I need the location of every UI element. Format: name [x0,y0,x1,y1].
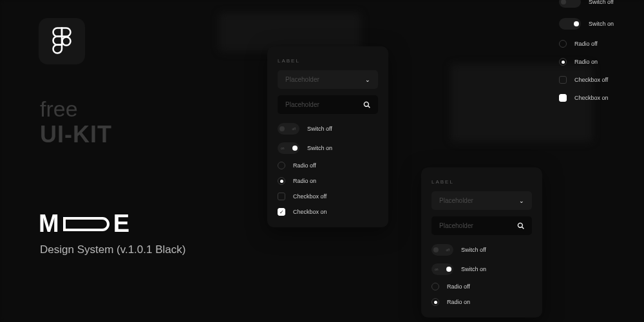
search-field[interactable]: Placeholder [431,216,532,235]
radio-on[interactable] [559,58,567,66]
form-label: LABEL [278,58,378,64]
switch-off-label: Switch off [307,126,332,132]
free-text: free [40,97,78,122]
checkbox-on-label: Checkbox on [293,209,327,215]
switch-on-label: Switch on [589,21,614,27]
checkbox-on[interactable] [559,94,567,102]
form-panel-1: LABEL Placeholder ⌄ Placeholder off Swit… [267,46,388,227]
switch-on-label: Switch on [307,145,332,151]
side-controls: Switch off Switch on Radio off Radio on … [559,0,643,112]
radio-off[interactable] [431,283,439,290]
svg-line-2 [368,106,370,108]
checkbox-on-label: Checkbox on [574,95,609,101]
chevron-down-icon: ⌄ [365,77,370,83]
checkbox-off[interactable] [278,193,285,200]
checkbox-off[interactable] [559,76,567,84]
search-icon [517,222,524,229]
checkbox-on[interactable]: ✓ [278,208,285,216]
search-placeholder: Placeholder [439,222,473,229]
switch-off-label: Switch off [589,0,614,5]
radio-on-label: Radio on [293,178,316,184]
select-placeholder: Placeholder [285,76,319,83]
svg-point-0 [62,37,71,46]
search-icon [363,101,370,108]
checkbox-off-label: Checkbox off [293,193,327,200]
svg-line-4 [522,227,524,229]
switch-off[interactable]: off [431,244,453,256]
radio-off-label: Radio off [293,162,316,169]
svg-point-1 [364,102,368,106]
switch-on[interactable]: on [431,263,453,275]
uikit-text: UI-KIT [40,121,112,148]
radio-on[interactable] [431,298,439,306]
radio-off-label: Radio off [574,41,598,47]
subtitle: Design System (v.1.0.1 Black) [40,243,185,256]
checkbox-off-label: Checkbox off [574,77,608,83]
switch-on[interactable] [559,18,581,30]
switch-off-label: Switch off [461,247,486,253]
form-label: LABEL [431,179,532,185]
radio-off-label: Radio off [447,283,470,290]
chevron-down-icon: ⌄ [519,198,524,204]
search-field[interactable]: Placeholder [278,95,378,114]
radio-on[interactable] [278,177,285,185]
figma-icon [39,18,85,64]
radio-on-label: Radio on [447,299,470,305]
radio-off[interactable] [559,40,567,48]
mode-logo: M E [39,210,129,238]
radio-off[interactable] [278,162,285,169]
switch-off[interactable]: off [278,123,299,135]
switch-off[interactable] [559,0,581,8]
svg-point-3 [518,223,522,227]
select-field[interactable]: Placeholder ⌄ [431,191,532,210]
switch-on-label: Switch on [461,266,486,272]
search-placeholder: Placeholder [285,101,319,108]
form-panel-2: LABEL Placeholder ⌄ Placeholder off Swit… [421,167,542,317]
radio-on-label: Radio on [574,59,598,65]
select-placeholder: Placeholder [439,197,473,204]
select-field[interactable]: Placeholder ⌄ [278,70,378,89]
switch-on[interactable]: on [278,142,299,154]
